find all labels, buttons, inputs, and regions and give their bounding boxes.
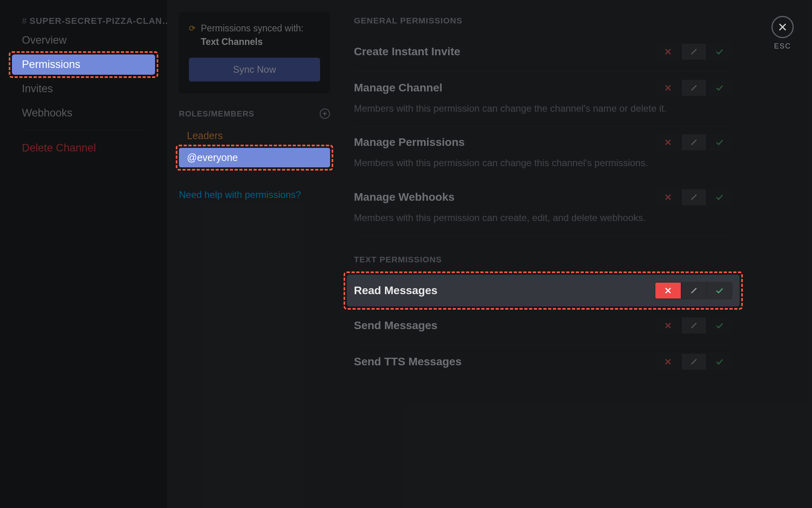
perm-deny-button[interactable] — [655, 80, 681, 96]
perm-allow-button[interactable] — [706, 44, 732, 60]
add-role-button[interactable]: + — [320, 109, 330, 119]
perm-allow-button[interactable] — [706, 354, 732, 370]
perm-toggle — [655, 353, 732, 370]
channel-settings-window: # SUPER-SECRET-PIZZA-CLAN… Overview Perm… — [0, 0, 812, 508]
svg-line-16 — [692, 289, 696, 293]
help-link-label: Need help with permissions? — [179, 189, 301, 200]
sync-parent-name: Text Channels — [201, 35, 303, 48]
close-area: ESC — [771, 16, 794, 50]
svg-line-19 — [692, 324, 696, 328]
plus-icon: + — [322, 110, 328, 118]
perm-send-tts-messages: Send TTS Messages — [354, 346, 732, 382]
nav-overview[interactable]: Overview — [12, 30, 155, 50]
perm-deny-button[interactable] — [655, 189, 681, 205]
perm-title: Create Instant Invite — [354, 45, 460, 58]
nav-permissions[interactable]: Permissions — [12, 54, 155, 75]
nav-delete-channel[interactable]: Delete Channel — [12, 138, 155, 158]
svg-line-7 — [692, 86, 696, 90]
perm-desc: Members with this permission can create,… — [354, 211, 672, 224]
perm-create-instant-invite: Create Instant Invite — [354, 36, 732, 72]
perm-passthrough-button[interactable] — [681, 189, 706, 205]
nav-overview-label: Overview — [22, 34, 67, 46]
perm-passthrough-button[interactable] — [681, 283, 706, 299]
roles-header-label: ROLES/MEMBERS — [179, 109, 254, 118]
perm-title: Send Messages — [354, 319, 437, 332]
perm-toggle — [655, 79, 732, 97]
perm-allow-button[interactable] — [706, 318, 732, 333]
perm-passthrough-button[interactable] — [681, 44, 706, 60]
channel-name-label: SUPER-SECRET-PIZZA-CLAN… — [29, 16, 167, 26]
nav-invites[interactable]: Invites — [12, 79, 155, 99]
nav-webhooks-label: Webhooks — [22, 107, 72, 119]
sync-now-button[interactable]: Sync Now — [189, 58, 320, 81]
perm-deny-button[interactable] — [655, 44, 681, 60]
settings-sidebar: # SUPER-SECRET-PIZZA-CLAN… Overview Perm… — [0, 0, 167, 508]
channel-name-header: # SUPER-SECRET-PIZZA-CLAN… — [0, 16, 167, 26]
sync-panel: ⟳ Permissions synced with: Text Channels… — [179, 12, 330, 93]
role-everyone-label: @everyone — [187, 152, 238, 163]
perm-allow-button[interactable] — [706, 189, 732, 205]
svg-line-13 — [692, 195, 696, 199]
roles-column: ⟳ Permissions synced with: Text Channels… — [167, 0, 342, 508]
perm-manage-permissions: Manage Permissions Members with this per… — [354, 126, 732, 181]
roles-header: ROLES/MEMBERS + — [179, 109, 330, 119]
perm-deny-button[interactable] — [655, 134, 681, 150]
svg-line-10 — [692, 140, 696, 145]
section-general-label: GENERAL PERMISSIONS — [354, 16, 732, 25]
perm-title: Manage Permissions — [354, 136, 465, 149]
perm-deny-button[interactable] — [655, 354, 681, 370]
permissions-panel: ESC GENERAL PERMISSIONS Create Instant I… — [342, 0, 812, 508]
perm-manage-webhooks: Manage Webhooks Members with this permis… — [354, 181, 732, 236]
hash-icon: # — [22, 16, 27, 26]
perm-allow-button[interactable] — [706, 134, 732, 150]
permissions-help-link[interactable]: Need help with permissions? — [179, 189, 330, 200]
close-button[interactable] — [771, 16, 794, 38]
perm-desc: Members with this permission can change … — [354, 102, 672, 115]
role-leaders-label: Leaders — [187, 130, 223, 141]
sidebar-divider — [22, 130, 145, 131]
close-icon — [778, 22, 787, 32]
perm-manage-channel: Manage Channel Members with this permiss… — [354, 72, 732, 126]
nav-invites-label: Invites — [22, 83, 53, 95]
sync-warning-icon: ⟳ — [189, 23, 201, 33]
perm-passthrough-button[interactable] — [681, 134, 706, 150]
perm-read-messages: Read Messages — [347, 275, 740, 306]
svg-line-22 — [692, 360, 696, 364]
perm-passthrough-button[interactable] — [681, 354, 706, 370]
role-item-leaders[interactable]: Leaders — [179, 126, 330, 145]
perm-title: Manage Webhooks — [354, 191, 455, 204]
perm-deny-button[interactable] — [655, 283, 681, 299]
sync-line1: Permissions synced with: — [201, 23, 303, 33]
perm-title: Manage Channel — [354, 81, 442, 94]
perm-toggle — [655, 317, 732, 334]
perm-desc: Members with this permission can change … — [354, 157, 672, 169]
perm-title: Send TTS Messages — [354, 355, 462, 368]
perm-passthrough-button[interactable] — [681, 80, 706, 96]
nav-permissions-label: Permissions — [22, 58, 80, 70]
perm-toggle — [655, 134, 732, 151]
perm-allow-button[interactable] — [706, 80, 732, 96]
sync-now-label: Sync Now — [233, 64, 276, 75]
nav-delete-label: Delete Channel — [22, 142, 96, 154]
role-item-everyone[interactable]: @everyone — [179, 148, 330, 167]
section-text-label: TEXT PERMISSIONS — [354, 255, 732, 264]
perm-toggle — [655, 188, 732, 206]
perm-allow-button[interactable] — [706, 283, 732, 299]
perm-toggle — [655, 282, 732, 299]
svg-line-4 — [692, 50, 696, 54]
close-label: ESC — [774, 42, 791, 50]
perm-passthrough-button[interactable] — [681, 318, 706, 333]
sync-text: Permissions synced with: Text Channels — [201, 22, 303, 48]
perm-toggle — [655, 43, 732, 60]
perm-send-messages: Send Messages — [354, 310, 732, 346]
perm-title: Read Messages — [354, 284, 437, 297]
perm-deny-button[interactable] — [655, 318, 681, 333]
nav-webhooks[interactable]: Webhooks — [12, 103, 155, 123]
